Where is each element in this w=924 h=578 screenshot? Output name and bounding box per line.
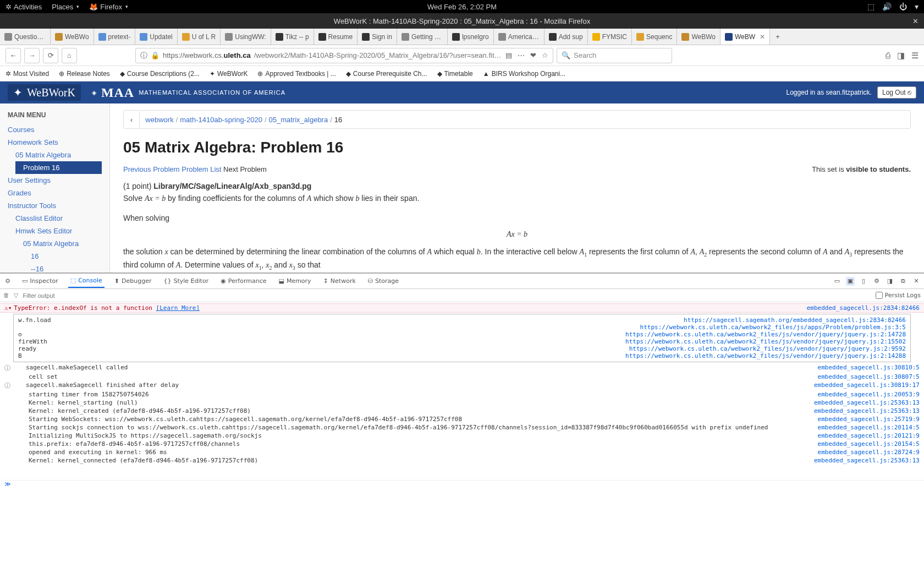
console-info[interactable]: sagecell.makeSagecell finished after del… [0, 381, 924, 390]
console-log[interactable]: Kernel: kernel_connected (efa7def8-d946-… [0, 456, 924, 465]
console-log[interactable]: Kernel: kernel_created (efa7def8-d946-4b… [0, 407, 924, 415]
browser-tab[interactable]: Sign in [358, 29, 397, 45]
pocket-icon[interactable]: ❤ [530, 51, 536, 59]
trace-frame[interactable]: ohttps://webwork.cs.uleth.ca/webwork2_fi… [18, 331, 906, 338]
filter-icon[interactable]: ▽ [14, 292, 18, 299]
forward-button[interactable]: → [24, 48, 40, 63]
power-icon[interactable]: ⏻ [899, 2, 907, 11]
console-input[interactable]: ≫ [0, 480, 924, 490]
devtools-tab-performance[interactable]: ◉ Performance [218, 274, 268, 288]
browser-tab[interactable]: UsingWW: [221, 29, 271, 45]
problem-list-link[interactable]: Problem List [182, 165, 221, 173]
browser-tab[interactable]: Getting the [397, 29, 448, 45]
clear-console-icon[interactable]: 🗑 [3, 292, 9, 299]
sidebar-item[interactable]: User Settings [0, 174, 109, 187]
learn-more-link[interactable]: [Learn More] [156, 304, 200, 312]
log-source[interactable]: embedded_sagecell.js:30819:17 [814, 381, 920, 390]
console-log[interactable]: opened and executing in kernel: 966 msem… [0, 448, 924, 456]
console-output[interactable]: ⚠ ▾ TypeError: e.indexOf is not a functi… [0, 302, 924, 480]
log-source[interactable]: embedded_sagecell.js:25363:13 [814, 407, 920, 415]
log-source[interactable]: embedded_sagecell.js:30810:5 [818, 364, 920, 372]
dt-dock-icon[interactable]: ◨ [886, 277, 894, 286]
browser-tab[interactable]: Questionabl [0, 29, 51, 45]
bookmark-item[interactable]: ◆Course Prerequisite Ch... [346, 70, 427, 78]
volume-icon[interactable]: 🔊 [882, 2, 892, 11]
devtools-tab-debugger[interactable]: ⬆ Debugger [112, 274, 154, 288]
sidebar-item[interactable]: Problem 16 [15, 161, 102, 174]
console-log[interactable]: Kernel: kernel_starting (null)embedded_s… [0, 399, 924, 407]
browser-tab[interactable]: American In [494, 29, 544, 45]
trace-frame[interactable]: fireWithhttps://webwork.cs.uleth.ca/webw… [18, 338, 906, 345]
activities-button[interactable]: ✲ Activities [6, 3, 42, 11]
console-error[interactable]: ⚠ ▾ TypeError: e.indexOf is not a functi… [0, 303, 924, 313]
sidebar-icon[interactable]: ◨ [897, 51, 905, 61]
log-source[interactable]: embedded_sagecell.js:20114:5 [818, 424, 920, 431]
bookmark-item[interactable]: ✦WeBWorK [210, 70, 248, 78]
reader-mode-icon[interactable]: ▤ [505, 51, 512, 59]
browser-tab[interactable]: Updatel [135, 29, 177, 45]
crumb-link[interactable]: 05_matrix_algebra [269, 116, 328, 124]
devtools-tab-network[interactable]: ↕ Network [321, 274, 358, 288]
reload-button[interactable]: ⟳ [43, 48, 58, 63]
sidebar-item[interactable]: Classlist Editor [0, 212, 109, 225]
log-source[interactable]: embedded_sagecell.js:30807:5 [818, 373, 920, 380]
window-close-icon[interactable]: ✕ [912, 17, 919, 25]
browser-tab[interactable]: WeBWo [677, 29, 721, 45]
trace-frame[interactable]: Bhttps://webwork.cs.uleth.ca/webwork2_fi… [18, 352, 906, 359]
sidebar-item[interactable]: Hmwk Sets Editor [0, 225, 109, 237]
console-log[interactable]: this.prefix: efa7def8-d946-4b5f-a196-971… [0, 440, 924, 448]
browser-tab[interactable]: pretext- [94, 29, 136, 45]
browser-tab[interactable]: Tikz -- p [271, 29, 314, 45]
firefox-app-menu[interactable]: 🦊 Firefox [89, 3, 128, 11]
info-icon[interactable]: ⓘ [140, 51, 147, 61]
responsive-icon[interactable]: ▭ [833, 277, 842, 286]
pick-element-icon[interactable]: ⯐ [3, 277, 12, 286]
console-log[interactable]: cell setembedded_sagecell.js:30807:5 [0, 373, 924, 381]
crumb-link[interactable]: math-1410ab-spring-2020 [180, 116, 262, 124]
bookmark-item[interactable]: ⊕Release Notes [59, 70, 110, 78]
devtools-tab-inspector[interactable]: ▭ Inspector [20, 274, 61, 288]
bookmark-item[interactable]: ◆Timetable [437, 70, 473, 78]
home-button[interactable]: ⌂ [62, 48, 77, 63]
system-menu-icon[interactable]: ▾ [915, 2, 919, 11]
dt-close-icon[interactable]: ✕ [912, 277, 921, 286]
log-source[interactable]: embedded_sagecell.js:25719:9 [818, 416, 920, 423]
trace-frame[interactable]: readyhttps://webwork.cs.uleth.ca/webwork… [18, 345, 906, 352]
error-source[interactable]: embedded_sagecell.js:2834:82466 [807, 304, 920, 312]
sidebar-item[interactable]: --16 [0, 263, 109, 272]
places-menu[interactable]: Places [52, 3, 79, 11]
browser-tab[interactable]: Add sup [544, 29, 588, 45]
prev-problem-link[interactable]: Previous Problem [123, 165, 180, 173]
dt-settings-icon[interactable]: ⚙ [872, 277, 881, 286]
page-actions-icon[interactable]: ⋯ [518, 51, 525, 59]
bookmark-item[interactable]: ✲Most Visited [6, 70, 49, 78]
browser-tab[interactable]: lpsnelgro [448, 29, 494, 45]
log-source[interactable]: embedded_sagecell.js:25363:13 [814, 457, 920, 464]
log-source[interactable]: embedded_sagecell.js:20121:9 [818, 432, 920, 439]
webwork-logo[interactable]: ✦ WeBWorK [8, 84, 81, 101]
breadcrumb-back-icon[interactable]: ‹ [124, 112, 140, 128]
tab-close-icon[interactable]: ✕ [760, 33, 765, 41]
sidebar-item[interactable]: 05 Matrix Algebra [0, 237, 109, 250]
crumb-link[interactable]: webwork [145, 116, 173, 124]
console-info[interactable]: sagecell.makeSagecell calledembedded_sag… [0, 363, 924, 373]
browser-tab[interactable]: FYMSIC [588, 29, 632, 45]
expand-icon[interactable]: ▾ [8, 304, 12, 312]
bookmark-item[interactable]: ⊕Approved Textbooks | ... [257, 70, 336, 78]
sidebar-item[interactable]: 16 [0, 250, 109, 263]
bookmark-star-icon[interactable]: ☆ [542, 51, 548, 59]
log-source[interactable]: embedded_sagecell.js:20154:5 [818, 440, 920, 448]
console-log[interactable]: starting timer from 1582750754026embedde… [0, 390, 924, 399]
new-tab-button[interactable]: + [770, 29, 785, 45]
search-box[interactable]: 🔍 Search [557, 48, 672, 63]
persist-logs-checkbox[interactable]: Persist Logs [876, 292, 921, 299]
back-button[interactable]: ← [6, 48, 21, 63]
browser-tab[interactable]: WeBW✕ [721, 29, 770, 45]
browser-tab[interactable]: U of L R [178, 29, 221, 45]
dt-frame-icon[interactable]: ▯ [859, 277, 868, 286]
library-icon[interactable]: ⎙ [886, 51, 890, 60]
lock-icon[interactable]: 🔒 [151, 51, 160, 59]
network-icon[interactable]: ⬚ [867, 2, 875, 11]
sidebar-item[interactable]: 05 Matrix Algebra [0, 149, 109, 161]
devtools-tab-storage[interactable]: ⛁ Storage [366, 274, 401, 288]
